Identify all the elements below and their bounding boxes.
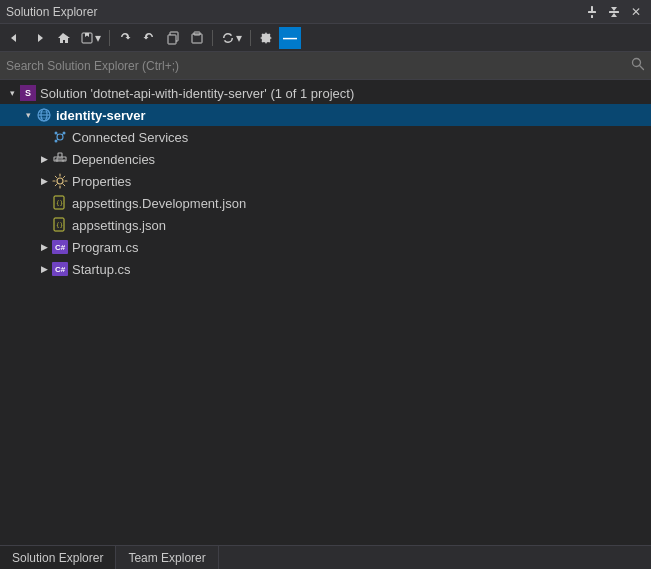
back-button[interactable]: [4, 27, 26, 49]
active-toggle-button[interactable]: —: [279, 27, 301, 49]
dependencies-icon: [52, 151, 68, 167]
dependencies-label: Dependencies: [72, 152, 155, 167]
project-expand-arrow[interactable]: ▾: [20, 107, 36, 123]
appsettings-dev-json-label: appsettings.Development.json: [72, 196, 246, 211]
close-button[interactable]: ✕: [627, 3, 645, 21]
paste-button[interactable]: [186, 27, 208, 49]
properties-item[interactable]: ▶ Properties: [0, 170, 651, 192]
appsettings-dev-json-icon: {}: [52, 195, 68, 211]
svg-rect-27: [58, 153, 62, 157]
toolbar-sep-2: [212, 30, 213, 46]
svg-rect-1: [588, 11, 596, 13]
title-bar-right: ✕: [583, 3, 645, 21]
forward-button[interactable]: [28, 27, 50, 49]
appsettings-json-item[interactable]: {} appsettings.json: [0, 214, 651, 236]
pin-button[interactable]: [583, 3, 601, 21]
tab-solution-explorer-label: Solution Explorer: [12, 551, 103, 565]
properties-icon: [52, 173, 68, 189]
sync-dropdown[interactable]: ▾: [217, 27, 246, 49]
title-bar: Solution Explorer ✕: [0, 0, 651, 24]
startup-cs-expand-arrow[interactable]: ▶: [36, 261, 52, 277]
appsettings-json-label: appsettings.json: [72, 218, 166, 233]
properties-label: Properties: [72, 174, 131, 189]
solution-label: Solution 'dotnet-api-with-identity-serve…: [40, 86, 354, 101]
svg-marker-5: [611, 13, 617, 17]
search-input[interactable]: [6, 59, 625, 73]
connected-services-label: Connected Services: [72, 130, 188, 145]
settings-button[interactable]: [255, 27, 277, 49]
search-bar: [0, 52, 651, 80]
solution-icon: S: [20, 85, 36, 101]
bottom-tab-bar: Solution Explorer Team Explorer: [0, 545, 651, 569]
solution-expand-arrow[interactable]: ▾: [4, 85, 20, 101]
svg-text:{}: {}: [56, 221, 63, 228]
solution-explorer-tree: ▾ S Solution 'dotnet-api-with-identity-s…: [0, 80, 651, 545]
auto-hide-button[interactable]: [605, 3, 623, 21]
properties-expand-arrow[interactable]: ▶: [36, 173, 52, 189]
tab-solution-explorer[interactable]: Solution Explorer: [0, 546, 116, 570]
svg-point-36: [57, 178, 63, 184]
program-cs-expand-arrow[interactable]: ▶: [36, 239, 52, 255]
svg-marker-4: [611, 7, 617, 11]
startup-cs-icon: C#: [52, 262, 68, 276]
solution-item[interactable]: ▾ S Solution 'dotnet-api-with-identity-s…: [0, 82, 651, 104]
svg-line-23: [62, 133, 64, 135]
home-button[interactable]: [52, 27, 74, 49]
appsettings-json-icon: {}: [52, 217, 68, 233]
appsettings-dev-json-item[interactable]: {} appsettings.Development.json: [0, 192, 651, 214]
project-item[interactable]: ▾ identity-server: [0, 104, 651, 126]
copy-button[interactable]: [162, 27, 184, 49]
svg-line-12: [640, 66, 644, 70]
project-label: identity-server: [56, 108, 146, 123]
undo-button[interactable]: [114, 27, 136, 49]
dependencies-expand-arrow[interactable]: ▶: [36, 151, 52, 167]
toolbar-sep-3: [250, 30, 251, 46]
startup-cs-label: Startup.cs: [72, 262, 131, 277]
project-icon: [36, 107, 52, 123]
svg-line-24: [56, 139, 58, 141]
connected-services-item[interactable]: Connected Services: [0, 126, 651, 148]
svg-rect-8: [168, 35, 176, 44]
new-solution-dropdown[interactable]: ▾: [76, 27, 105, 49]
toolbar: ▾ ▾ —: [0, 24, 651, 52]
title-bar-left: Solution Explorer: [6, 5, 97, 19]
program-cs-item[interactable]: ▶ C# Program.cs: [0, 236, 651, 258]
redo-button[interactable]: [138, 27, 160, 49]
search-icon: [631, 57, 645, 74]
program-cs-icon: C#: [52, 240, 68, 254]
connected-services-icon: [52, 129, 68, 145]
program-cs-label: Program.cs: [72, 240, 138, 255]
startup-cs-item[interactable]: ▶ C# Startup.cs: [0, 258, 651, 280]
svg-rect-2: [591, 15, 593, 18]
title-text: Solution Explorer: [6, 5, 97, 19]
tab-team-explorer[interactable]: Team Explorer: [116, 546, 218, 570]
toolbar-sep-1: [109, 30, 110, 46]
svg-point-11: [633, 59, 641, 67]
tab-team-explorer-label: Team Explorer: [128, 551, 205, 565]
dependencies-item[interactable]: ▶ Dependencies: [0, 148, 651, 170]
svg-line-22: [56, 133, 58, 135]
svg-rect-3: [609, 11, 619, 13]
svg-text:{}: {}: [56, 199, 63, 206]
